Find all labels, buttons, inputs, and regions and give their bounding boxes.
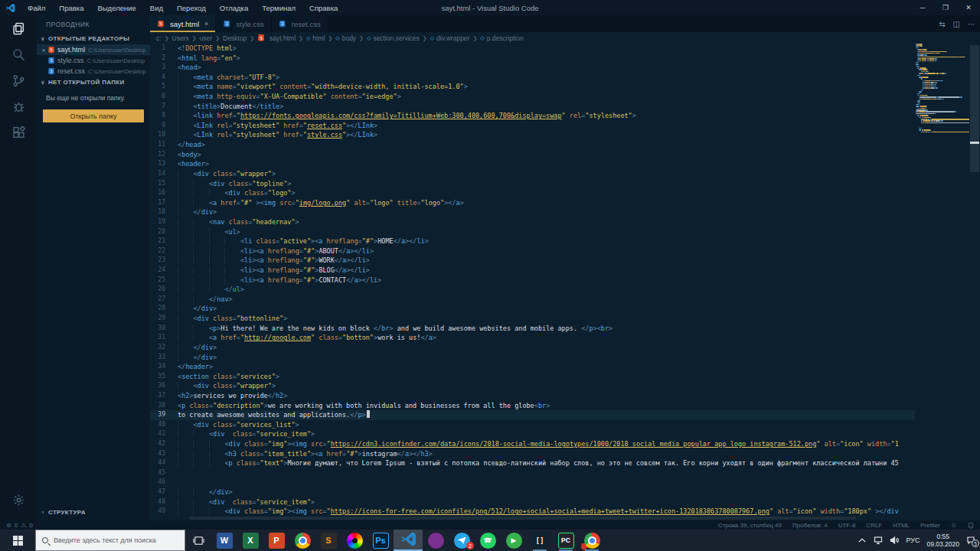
code-line[interactable]: 30 <p>Hi there! We are the new kids on b… <box>150 324 915 334</box>
mediaget-icon[interactable]: ▶ <box>501 530 527 551</box>
open-folder-button[interactable]: Открыть папку <box>43 109 144 122</box>
code-line[interactable]: 8 <link href="https://fonts.googleapis.c… <box>150 111 915 121</box>
debug-icon[interactable] <box>0 93 37 119</box>
menu-item[interactable]: Справка <box>303 2 344 14</box>
code-line[interactable]: 31 <a href="http://google.com" class="bo… <box>150 333 915 343</box>
code-line[interactable]: 9 <LInk rel="stylesheet" href="reset.css… <box>150 121 915 131</box>
status-item[interactable]: UTF-8 <box>838 522 856 529</box>
task-view-button[interactable] <box>185 530 211 551</box>
tab-style.css[interactable]: 3style.css <box>216 15 271 32</box>
extensions-icon[interactable] <box>0 119 37 145</box>
minimize-button[interactable]: ─ <box>911 0 934 15</box>
pycharm-icon[interactable]: PC <box>553 530 579 551</box>
menu-item[interactable]: Вид <box>144 2 169 14</box>
code-line[interactable]: 20 <ul> <box>150 227 915 237</box>
scrollbar-thumb[interactable] <box>970 45 979 172</box>
breadcrumb-item[interactable]: 5sayt.html <box>257 34 296 42</box>
tray-expand-icon[interactable] <box>858 536 867 545</box>
code-line[interactable]: 7 <title>Document</title> <box>150 102 915 112</box>
purple-app-icon[interactable] <box>423 530 449 551</box>
code-line[interactable]: 6 <meta http-equiv="X-UA-Compatible" con… <box>150 92 915 102</box>
notifications-button[interactable]: 5 <box>966 536 975 545</box>
code-line[interactable]: 38<p class="description">we are working … <box>150 401 915 411</box>
problems-indicator[interactable]: ⊘ 0 ⚠ 0 <box>6 522 33 529</box>
code-line[interactable]: 23 <li><a hreflang="#">WORK</a></li> <box>150 256 915 266</box>
breadcrumb-item[interactable]: user <box>200 34 213 42</box>
code-line[interactable]: 43 <h3 class="item_title"><a href="#">in… <box>150 449 915 459</box>
more-actions-icon[interactable]: ⋯ <box>968 20 975 28</box>
code-line[interactable]: 40 <div class="services_list"> <box>150 420 915 430</box>
code-line[interactable]: 16 <div class="logo"> <box>150 188 915 198</box>
tab-sayt.html[interactable]: 5sayt.html× <box>150 15 216 32</box>
code-line[interactable]: 4 <meta charset="UTF-8"> <box>150 73 915 83</box>
close-file-icon[interactable]: × <box>40 47 47 54</box>
code-line[interactable]: 14 <div class="wrapper"> <box>150 169 915 179</box>
menu-item[interactable]: Выделение <box>91 2 142 14</box>
code-line[interactable]: 27 </nav> <box>150 295 915 305</box>
breadcrumb-item[interactable]: ◇p.description <box>480 34 524 42</box>
code-line[interactable]: 47 </div> <box>150 487 915 497</box>
code-line[interactable]: 32 </div> <box>150 343 915 353</box>
code-line[interactable]: 25 <li><a hreflang="#">CONTACT</a></li> <box>150 276 915 285</box>
code-line[interactable]: 11</head> <box>150 140 915 150</box>
code-line[interactable]: 49 <div class="img"><img src="https://ic… <box>150 507 915 517</box>
code-line[interactable]: 46 <box>150 478 915 487</box>
code-line[interactable]: 5 <meta name="viewport" content="width=d… <box>150 82 915 92</box>
code-line[interactable]: 34</header> <box>150 362 915 372</box>
code-line[interactable]: 33 </div> <box>150 353 915 363</box>
ms-excel-icon[interactable]: X <box>237 530 263 551</box>
status-item[interactable]: Пробелов: 4 <box>792 522 828 529</box>
breadcrumb-item[interactable]: ◇div.wrapper <box>430 34 470 42</box>
status-item[interactable]: Prettier <box>920 522 940 529</box>
clock[interactable]: 0:55 09.03.2020 <box>926 533 959 548</box>
whatsapp-icon[interactable]: ☎ <box>475 530 501 551</box>
color-wheel-icon[interactable] <box>341 530 368 551</box>
breadcrumb-item[interactable]: c: <box>156 34 162 42</box>
source-control-icon[interactable] <box>0 67 37 93</box>
open-editor-item[interactable]: ×3reset.cssC:\Users\user\Desktop <box>37 66 150 77</box>
code-line[interactable]: 2<html lang="en"> <box>150 54 915 64</box>
code-line[interactable]: 48 <div class="service_item"> <box>150 497 915 507</box>
vertical-scrollbar[interactable] <box>969 44 980 520</box>
code-line[interactable]: 18 </div> <box>150 207 915 217</box>
menu-item[interactable]: Терминал <box>256 2 302 14</box>
horizontal-scrollbar[interactable] <box>190 517 856 520</box>
menu-item[interactable]: Переход <box>171 2 212 14</box>
code-line[interactable]: 28 </div> <box>150 304 915 314</box>
start-button[interactable] <box>0 530 35 551</box>
open-editor-item[interactable]: ×3style.cssC:\Users\user\Desktop <box>37 55 150 66</box>
code-line[interactable]: 42 <div class="img"><img src="https://cd… <box>150 439 915 449</box>
close-button[interactable]: ✕ <box>957 0 980 15</box>
photoshop-icon[interactable]: Ps <box>368 530 394 551</box>
ms-word-icon[interactable]: W <box>211 530 237 551</box>
code-lines[interactable]: 1<!DOCTYPE html>2<html lang="en">3<head>… <box>150 44 915 520</box>
status-item[interactable]: Строка 39, столбец 49 <box>718 522 782 529</box>
code-line[interactable]: 22 <li><a hreflang="#">ABOUT</a></li> <box>150 246 915 256</box>
notifications-bell-icon[interactable] <box>968 522 974 529</box>
code-line[interactable]: 36 <div class="wrapper"> <box>150 381 915 391</box>
feedback-smiley-icon[interactable]: ☺ <box>951 522 957 529</box>
code-line[interactable]: 1<!DOCTYPE html> <box>150 44 915 54</box>
explorer-icon[interactable] <box>0 15 37 41</box>
chrome-icon[interactable] <box>289 530 315 551</box>
menu-item[interactable]: Правка <box>53 2 90 14</box>
telegram-icon[interactable]: 2 <box>449 530 475 551</box>
code-line[interactable]: 15 <div class="topline"> <box>150 179 915 189</box>
volume-icon[interactable] <box>890 536 899 545</box>
sublime-text-icon[interactable]: S <box>315 530 341 551</box>
ms-powerpoint-icon[interactable]: P <box>263 530 289 551</box>
split-editor-icon[interactable]: ◫ <box>953 20 960 28</box>
open-changes-icon[interactable]: ⇆ <box>939 20 945 28</box>
menu-item[interactable]: Отладка <box>214 2 255 14</box>
code-line[interactable]: 3<head> <box>150 63 915 73</box>
code-line[interactable]: 21 <li class="active"><a hreflang="#">HO… <box>150 236 915 246</box>
maximize-button[interactable]: ❐ <box>934 0 957 15</box>
minimap[interactable] <box>916 44 969 143</box>
code-line[interactable]: 17 <a href="#" ><img src="img/logo.png" … <box>150 198 915 208</box>
code-line[interactable]: 24 <li><a hreflang="#">BLOG</a></li> <box>150 266 915 276</box>
breadcrumb-item[interactable]: Users <box>172 34 189 42</box>
code-line[interactable]: 37<h2>services we provide</h2> <box>150 391 915 401</box>
tab-reset.css[interactable]: 3reset.css <box>272 15 328 32</box>
breadcrumb-item[interactable]: ◇html <box>306 34 325 42</box>
code-line[interactable]: 29 <div class="bottonline"> <box>150 314 915 324</box>
